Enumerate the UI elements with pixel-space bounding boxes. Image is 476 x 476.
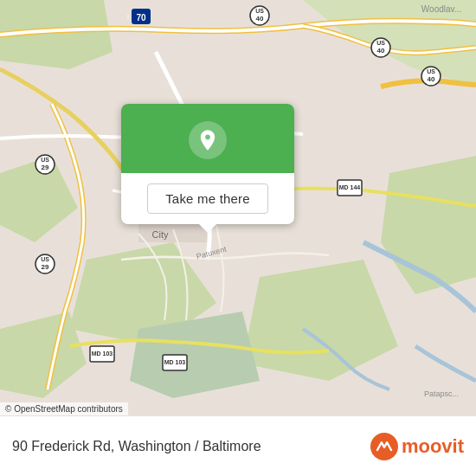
svg-text:I: I: [127, 14, 129, 20]
moovit-brand-text: moovit: [402, 435, 464, 458]
take-me-there-button[interactable]: Take me there: [147, 183, 268, 214]
footer: 90 Frederick Rd, Washington / Baltimore …: [0, 415, 476, 476]
popup-icon-area: [121, 104, 294, 173]
svg-text:40: 40: [377, 47, 385, 55]
moovit-logo-icon: [370, 433, 398, 460]
svg-text:29: 29: [42, 263, 49, 271]
map-popup: Take me there: [121, 104, 294, 224]
svg-text:40: 40: [256, 15, 264, 23]
svg-text:Woodlav...: Woodlav...: [421, 4, 461, 14]
svg-text:US: US: [41, 157, 49, 163]
address-label: 90 Frederick Rd, Washington / Baltimore: [12, 439, 261, 454]
map-container[interactable]: 70 I US 40 US 40 US 40 US 29 US 29 MD 14…: [0, 0, 476, 415]
svg-text:Patapsc...: Patapsc...: [424, 389, 459, 398]
location-pin-icon: [189, 121, 227, 159]
osm-attribution: © OpenStreetMap contributors: [0, 402, 128, 415]
svg-text:US: US: [41, 256, 49, 262]
svg-text:US: US: [427, 68, 435, 74]
svg-text:40: 40: [428, 75, 435, 83]
svg-text:MD 144: MD 144: [339, 184, 361, 190]
svg-text:MD 103: MD 103: [164, 359, 186, 365]
svg-text:City: City: [152, 229, 169, 240]
moovit-logo: moovit: [370, 433, 464, 460]
svg-text:70: 70: [136, 13, 146, 23]
svg-text:29: 29: [42, 164, 49, 171]
svg-text:MD 103: MD 103: [92, 351, 113, 357]
svg-text:US: US: [376, 40, 385, 46]
svg-text:US: US: [255, 8, 264, 14]
